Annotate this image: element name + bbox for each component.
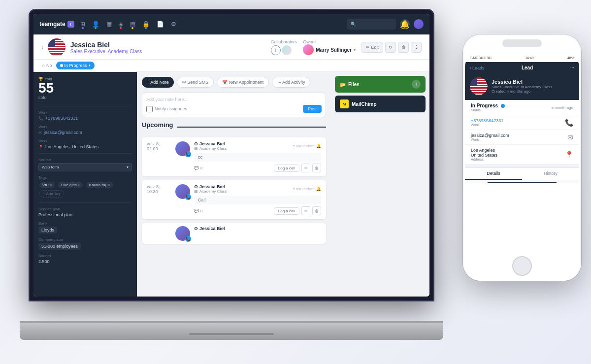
phone-status-time: a month ago bbox=[552, 105, 573, 110]
activity-company-1: ▦ Academy Class bbox=[194, 146, 227, 151]
contact-name: Jessica Biel bbox=[70, 41, 142, 49]
activity-date-col-1: vas. 8, 02:00 bbox=[147, 141, 171, 151]
edit-activity-btn-1[interactable]: ✏ bbox=[301, 164, 310, 172]
send-sms-label: ✉ Send SMS bbox=[182, 80, 209, 85]
phone-email-icon[interactable]: ✉ bbox=[567, 133, 573, 141]
phone-more-icon[interactable]: ··· bbox=[570, 65, 574, 70]
service-plan-value: Professional plan bbox=[38, 212, 132, 217]
activity-body-3: ⊙ Jessica Biel bbox=[194, 226, 321, 231]
activity-avatar-1 bbox=[175, 141, 190, 156]
owner-dropdown-icon[interactable]: ▾ bbox=[354, 48, 356, 52]
phone-home-button[interactable] bbox=[512, 256, 532, 276]
add-tag-button[interactable]: + Add Tag bbox=[39, 190, 64, 198]
star-label: No bbox=[46, 63, 52, 68]
nav-docs-icon[interactable]: 📄 bbox=[157, 21, 164, 28]
phone-back-button[interactable]: ‹ Leads bbox=[470, 66, 485, 70]
phone-phone-value[interactable]: +37898S642331 bbox=[471, 118, 503, 123]
delete-button[interactable]: 🗑 bbox=[398, 42, 409, 53]
add-collaborator-button[interactable]: + bbox=[271, 45, 281, 55]
laptop-base bbox=[20, 321, 443, 330]
add-note-label: + Add Note bbox=[147, 80, 169, 85]
tag-kauno: Kauno raj. × bbox=[86, 182, 113, 188]
phone-phone-label: Work bbox=[471, 123, 503, 127]
nav-contacts-icon[interactable]: 👤 bbox=[92, 21, 99, 28]
search-bar[interactable]: 🔍 bbox=[347, 19, 396, 30]
contact-company-link[interactable]: Academy Class bbox=[108, 49, 142, 54]
location-icon: 📍 bbox=[38, 145, 43, 149]
log-call-btn-1[interactable]: Log a call bbox=[274, 165, 299, 172]
source-dropdown[interactable]: Web form ▾ bbox=[38, 163, 132, 171]
activity-person-company-1: ⊙ Jessica Biel ▦ Academy Class bbox=[194, 141, 227, 151]
star-rating[interactable]: ☆ No bbox=[41, 63, 52, 68]
phone-address-line1: Los Angeles bbox=[471, 148, 497, 153]
activity-card-2: vas. 8, 10:30 ⊙ Jessica Biel bbox=[142, 180, 326, 219]
notify-checkbox[interactable]: Notify assignees bbox=[146, 106, 187, 112]
app-logo: teamgate t bbox=[39, 21, 74, 28]
collaborators-section: Collaborators + bbox=[271, 39, 297, 55]
phone-value[interactable]: +37898S642331 bbox=[45, 116, 78, 121]
logo-badge: t bbox=[67, 21, 74, 28]
note-placeholder[interactable]: Add your note here... bbox=[146, 97, 322, 102]
tag-like-gifts: Like gifts × bbox=[58, 182, 83, 188]
more-options-button[interactable]: ⋮ bbox=[411, 42, 422, 53]
comment-icon-1: 💬 bbox=[194, 166, 199, 170]
add-activity-label: ··· Add Activity bbox=[277, 80, 305, 85]
activity-date-2: vas. 8, 10:30 bbox=[147, 184, 171, 194]
remove-tag-vip[interactable]: × bbox=[50, 183, 52, 187]
budget-label: Budget bbox=[38, 254, 132, 258]
phone-navigation: ‹ Leads Lead ··· bbox=[465, 62, 579, 73]
left-sidebar: 🏆 cold 55 cold Work 📞 +37898S642331 bbox=[33, 72, 137, 297]
status-badge[interactable]: In Progress ▾ bbox=[56, 62, 95, 69]
nav-reports-icon[interactable]: ▤ bbox=[130, 21, 135, 28]
nav-calendar-icon[interactable]: ▦ bbox=[106, 21, 112, 28]
delete-activity-btn-2[interactable]: 🗑 bbox=[312, 206, 321, 215]
notify-input[interactable] bbox=[146, 106, 153, 112]
edit-button[interactable]: ✏ Edit bbox=[361, 42, 383, 53]
delete-activity-btn-1[interactable]: 🗑 bbox=[312, 164, 321, 172]
laptop-device: teamgate t ⊞ 👤 ▦ ◈ ▤ 🔒 📄 ⚙ bbox=[20, 10, 443, 345]
edit-activity-btn-2[interactable]: ✏ bbox=[301, 206, 310, 215]
activity-actions-2: Log a call ✏ 🗑 bbox=[274, 206, 321, 215]
phone-call-icon[interactable]: 📞 bbox=[565, 119, 573, 127]
contact-info: Jessica Biel Sales Executive, Academy Cl… bbox=[70, 41, 142, 54]
phone-tab-details[interactable]: Details bbox=[465, 168, 522, 180]
phone-tab-history[interactable]: History bbox=[522, 168, 579, 180]
back-button[interactable]: ‹ bbox=[41, 43, 44, 51]
activity-person-1: ⊙ Jessica Biel bbox=[194, 141, 227, 146]
note-footer: Notify assignees Post bbox=[146, 105, 322, 113]
files-header: 📂 Files + bbox=[335, 76, 426, 93]
crm-application: teamgate t ⊞ 👤 ▦ ◈ ▤ 🔒 📄 ⚙ bbox=[33, 14, 429, 297]
action-buttons: ✏ Edit ↻ 🗑 ⋮ bbox=[361, 42, 422, 53]
activity-avatar-2 bbox=[175, 184, 190, 199]
phone-status-label: Status bbox=[471, 108, 505, 112]
nav-settings-icon[interactable]: ⚙ bbox=[171, 21, 176, 28]
phone-phone-left: +37898S642331 Work bbox=[471, 118, 503, 127]
action-bar: + Add Note ✉ Send SMS 📅 New Appointment … bbox=[142, 77, 326, 88]
remove-tag-kauno[interactable]: × bbox=[108, 183, 110, 187]
remove-tag-like-gifts[interactable]: × bbox=[78, 183, 80, 187]
note-area: Add your note here... Notify assignees P… bbox=[142, 93, 326, 117]
nav-deals-icon[interactable]: ◈ bbox=[119, 21, 123, 28]
phone-device: T-MOBILE 3G 14:49 48% ‹ Leads Lead ··· bbox=[463, 25, 581, 310]
user-avatar-nav[interactable] bbox=[414, 19, 424, 29]
refresh-button[interactable]: ↻ bbox=[385, 42, 396, 53]
notifications-bell[interactable]: 🔔 bbox=[400, 19, 410, 29]
add-activity-button[interactable]: ··· Add Activity bbox=[272, 77, 310, 88]
send-sms-button[interactable]: ✉ Send SMS bbox=[177, 77, 214, 88]
score-number: 55 bbox=[38, 81, 132, 95]
budget-value: 2.500 bbox=[38, 259, 132, 264]
notify-label: Notify assignees bbox=[155, 106, 187, 111]
phone-address-row: Los Angeles United States Address 📍 bbox=[465, 145, 579, 165]
budget-row: Budget 2.500 bbox=[38, 254, 132, 264]
add-file-button[interactable]: + bbox=[412, 80, 421, 89]
nav-lock-icon[interactable]: 🔒 bbox=[142, 21, 150, 28]
activity-footer-1: 💬 0 Log a call ✏ 🗑 bbox=[194, 164, 321, 172]
nav-home-icon[interactable]: ⊞ bbox=[80, 21, 85, 28]
email-value[interactable]: jessica@gmail.com bbox=[44, 130, 82, 135]
add-note-button[interactable]: + Add Note bbox=[142, 77, 174, 88]
post-button[interactable]: Post bbox=[303, 105, 322, 113]
log-call-btn-2[interactable]: Log a call bbox=[274, 207, 299, 215]
activity-time-1: 5 min before 🔔 bbox=[293, 141, 321, 151]
new-appointment-button[interactable]: 📅 New Appointment bbox=[217, 77, 269, 88]
activity-top-2: vas. 8, 10:30 ⊙ Jessica Biel bbox=[147, 184, 321, 215]
